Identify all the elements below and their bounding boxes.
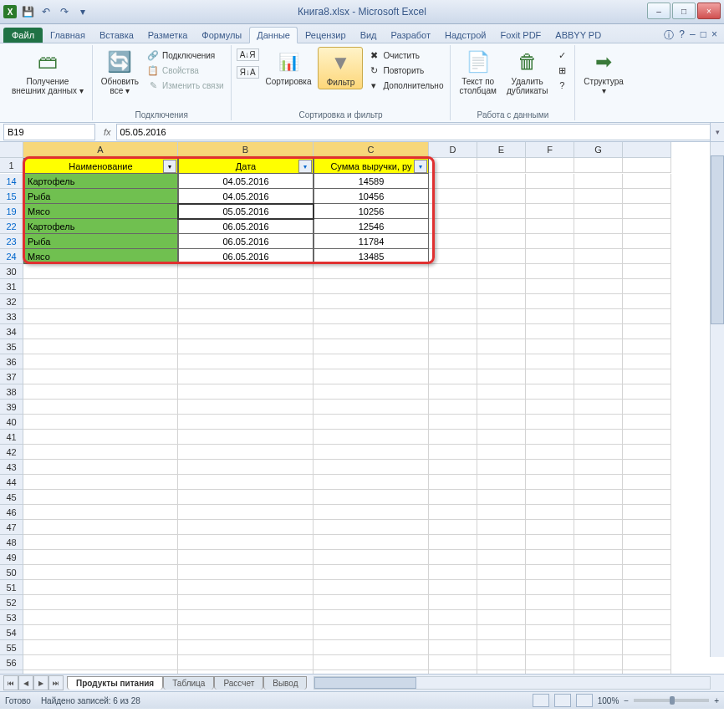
cell[interactable] [429,430,477,445]
cell-name[interactable]: Картофель [23,174,178,189]
zoom-in-button[interactable]: + [714,696,719,705]
cell[interactable] [526,655,574,670]
cell[interactable] [574,505,623,520]
cell[interactable] [178,520,314,535]
data-validation-button[interactable]: ✓ [554,48,569,62]
cell[interactable] [477,339,526,354]
cell-date[interactable]: 05.05.2016 [178,204,314,219]
external-data-button[interactable]: 🗃 Получение внешних данных ▾ [8,47,87,97]
sort-button[interactable]: 📊 Сортировка [263,47,315,88]
cell[interactable] [623,580,671,595]
cell[interactable] [23,565,178,580]
cell[interactable] [526,595,574,610]
cell[interactable] [574,279,623,294]
cell[interactable] [477,249,526,264]
cell[interactable] [314,565,429,580]
row-header[interactable]: 49 [0,550,23,565]
cell[interactable] [526,490,574,505]
cell[interactable] [477,204,526,219]
clear-filter-button[interactable]: ✖Очистить [366,48,445,62]
row-header[interactable]: 39 [0,400,23,415]
cell[interactable] [314,294,429,309]
cell[interactable] [429,294,477,309]
sheet-nav-next[interactable]: ▶ [33,675,48,690]
sheet-nav-first[interactable]: ⏮ [3,675,18,690]
cell[interactable] [178,550,314,565]
cell[interactable] [623,505,671,520]
cell[interactable] [477,400,526,415]
cell[interactable] [23,580,178,595]
cell[interactable] [526,324,574,339]
cell[interactable] [23,520,178,535]
formula-bar-expand[interactable]: ▾ [710,123,724,141]
row-header[interactable]: 37 [0,369,23,384]
cell[interactable] [314,445,429,460]
table-header-cell[interactable]: Наименование▾ [23,158,178,174]
cell[interactable] [526,174,574,189]
cell[interactable] [526,415,574,430]
cell[interactable] [574,158,623,173]
cell[interactable] [526,505,574,520]
cell[interactable] [178,595,314,610]
qat-more-button[interactable]: ▾ [75,4,90,19]
cell-sum[interactable]: 11784 [314,234,429,249]
cell[interactable] [23,294,178,309]
cell[interactable] [574,460,623,475]
cell[interactable] [623,294,671,309]
zoom-thumb[interactable] [670,696,675,705]
filter-dropdown-icon[interactable]: ▾ [414,160,427,173]
cell[interactable] [526,158,574,173]
cell-sum[interactable]: 14589 [314,174,429,189]
row-header[interactable]: 30 [0,264,23,279]
cell[interactable] [477,430,526,445]
cell[interactable] [574,595,623,610]
cell[interactable] [477,279,526,294]
view-pagebreak-button[interactable] [576,694,593,707]
cell[interactable] [526,445,574,460]
row-header[interactable]: 54 [0,625,23,640]
cell[interactable] [526,520,574,535]
tab-addins[interactable]: Надстрой [438,28,492,43]
cell[interactable] [314,535,429,550]
cell[interactable] [477,640,526,655]
column-header[interactable] [623,142,671,158]
row-header[interactable]: 23 [0,234,23,249]
cell[interactable] [314,400,429,415]
filter-button[interactable]: ▼ Фильтр [318,47,363,89]
cell[interactable] [178,460,314,475]
row-header[interactable]: 43 [0,460,23,475]
fx-label[interactable]: fx [99,127,116,137]
cell[interactable] [477,354,526,369]
minimize-button[interactable]: – [647,3,670,19]
cell[interactable] [23,264,178,279]
cell[interactable] [178,415,314,430]
row-header[interactable]: 31 [0,279,23,294]
cell-sum[interactable]: 12546 [314,219,429,234]
tab-review[interactable]: Рецензир [298,28,353,43]
cell[interactable] [574,204,623,219]
column-header[interactable]: F [526,142,574,158]
cell[interactable] [178,264,314,279]
cell[interactable] [429,520,477,535]
cell-name[interactable]: Рыба [23,189,178,204]
cell[interactable] [526,670,574,674]
cell[interactable] [574,264,623,279]
cell[interactable] [477,505,526,520]
cell[interactable] [477,219,526,234]
cell[interactable] [623,445,671,460]
row-header[interactable]: 22 [0,219,23,234]
horizontal-scrollbar[interactable] [314,676,711,690]
cell[interactable] [429,384,477,400]
cell[interactable] [178,324,314,339]
cell[interactable] [623,640,671,655]
cell[interactable] [429,595,477,610]
cell[interactable] [477,580,526,595]
row-header[interactable]: 34 [0,324,23,339]
cell[interactable] [623,490,671,505]
cell[interactable] [526,264,574,279]
cell[interactable] [574,324,623,339]
view-layout-button[interactable] [554,694,571,707]
cell[interactable] [23,445,178,460]
cell[interactable] [23,369,178,384]
row-header[interactable]: 40 [0,415,23,430]
